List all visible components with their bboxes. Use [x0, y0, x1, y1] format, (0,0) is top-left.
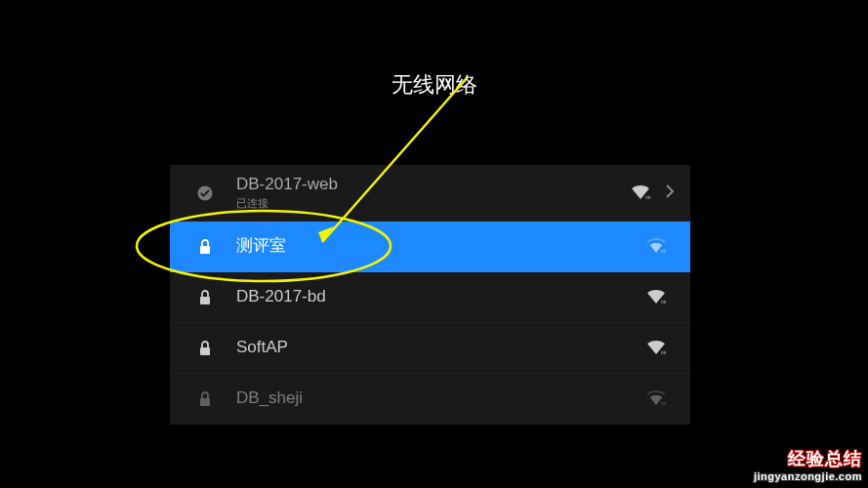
- network-row[interactable]: SoftAP mi: [170, 323, 690, 374]
- chevron-right-icon[interactable]: [665, 184, 675, 202]
- svg-rect-8: [200, 398, 210, 406]
- network-status-label: 已连接: [236, 196, 630, 211]
- svg-text:mi: mi: [661, 350, 666, 354]
- network-row[interactable]: DB_sheji mi: [170, 374, 690, 425]
- lock-icon: [189, 290, 221, 305]
- wifi-signal-icon: mi: [630, 183, 651, 203]
- svg-text:mi: mi: [661, 300, 666, 304]
- wifi-network-list: DB-2017-web 已连接 mi 测评室 mi DB-2017-bd mi: [170, 165, 690, 425]
- wifi-signal-icon: mi: [645, 237, 667, 257]
- wifi-signal-icon: mi: [645, 339, 667, 358]
- network-row-selected[interactable]: 测评室 mi: [170, 222, 690, 272]
- svg-rect-2: [200, 246, 210, 254]
- wifi-signal-icon: mi: [645, 288, 667, 307]
- lock-icon: [189, 341, 221, 356]
- svg-text:mi: mi: [661, 401, 666, 405]
- wifi-signal-icon: mi: [645, 389, 667, 409]
- svg-rect-4: [200, 297, 210, 305]
- watermark-line2: jingyanzongjie.com: [754, 470, 862, 482]
- watermark: 经验总结 jingyanzongjie.com: [754, 447, 862, 482]
- network-row[interactable]: DB-2017-bd mi: [170, 272, 690, 323]
- checkmark-icon: [189, 184, 221, 202]
- page-title: 无线网络: [0, 0, 868, 100]
- network-row-connected[interactable]: DB-2017-web 已连接 mi: [170, 165, 690, 222]
- watermark-line1: 经验总结: [754, 447, 862, 470]
- network-name-label: DB-2017-bd: [236, 287, 645, 306]
- network-name-label: DB_sheji: [236, 388, 645, 408]
- lock-icon: [189, 239, 221, 255]
- svg-text:mi: mi: [645, 195, 650, 199]
- network-name-label: DB-2017-web: [236, 175, 630, 194]
- network-name-label: SoftAP: [236, 338, 645, 357]
- lock-icon: [189, 391, 221, 407]
- svg-rect-6: [200, 347, 210, 355]
- svg-text:mi: mi: [661, 249, 666, 253]
- network-name-label: 测评室: [236, 236, 645, 256]
